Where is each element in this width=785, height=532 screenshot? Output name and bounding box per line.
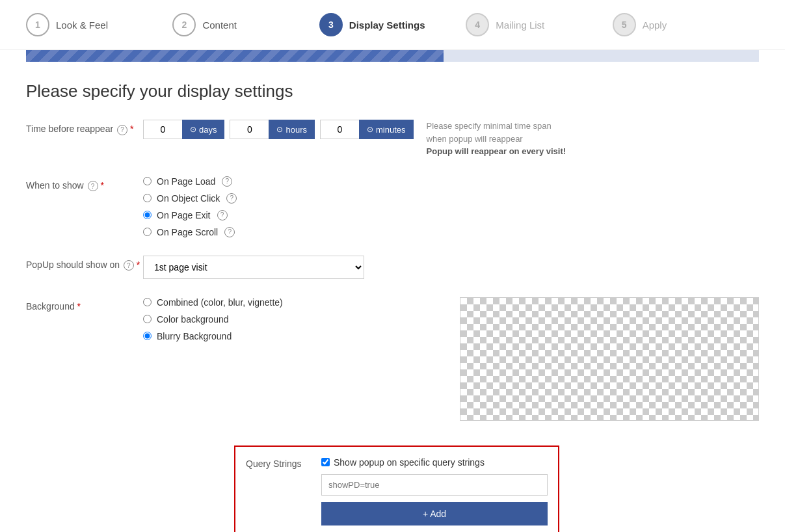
query-input-field[interactable] — [321, 474, 548, 496]
popup-show-on-row: PopUp should show on ? * 1st page visit … — [26, 256, 759, 279]
wizard-step-4[interactable]: 4 Mailing List — [466, 13, 612, 36]
step-circle-3: 3 — [319, 13, 343, 36]
time-reappear-help-icon[interactable]: ? — [117, 125, 127, 135]
step-label-4: Mailing List — [496, 20, 544, 31]
query-strings-content: Show popup on specific query strings + A… — [321, 457, 548, 533]
option-on-page-scroll[interactable]: On Page Scroll ? — [143, 227, 237, 237]
radio-color-background[interactable] — [143, 315, 152, 323]
popup-show-on-label: PopUp should show on ? * — [26, 256, 143, 271]
when-to-show-help-icon[interactable]: ? — [88, 181, 98, 191]
query-strings-inner: Query Strings Show popup on specific que… — [246, 457, 548, 533]
time-reappear-row: Time before reappear ? * ⊙ days ⊙ hours — [26, 120, 759, 158]
object-click-help-icon[interactable]: ? — [226, 193, 237, 204]
reappear-note-strong: Popup will reappear on every visit! — [427, 146, 566, 156]
background-label: Background * — [26, 297, 143, 312]
option-on-object-click[interactable]: On Object Click ? — [143, 193, 237, 204]
radio-on-page-load[interactable] — [143, 177, 152, 185]
background-row: Background * Combined (color, blur, vign… — [26, 297, 759, 421]
page-title: Please specify your display settings — [26, 81, 759, 101]
radio-combined[interactable] — [143, 298, 152, 306]
option-on-page-load[interactable]: On Page Load ? — [143, 176, 237, 187]
popup-show-on-select[interactable]: 1st page visit 2nd page visit 3rd page v… — [143, 256, 364, 279]
radio-blurry-background[interactable] — [143, 332, 152, 340]
page-scroll-help-icon[interactable]: ? — [224, 227, 235, 237]
radio-on-page-exit[interactable] — [143, 211, 152, 219]
progress-bar-fill — [26, 50, 444, 62]
wizard-step-5[interactable]: 5 Apply — [613, 13, 759, 36]
query-strings-label: Query Strings — [246, 457, 311, 469]
when-to-show-options: On Page Load ? On Object Click ? On Page… — [143, 176, 237, 237]
query-strings-section: Query Strings Show popup on specific que… — [234, 446, 559, 533]
step-circle-1: 1 — [26, 13, 49, 36]
wizard-step-2[interactable]: 2 Content — [172, 13, 319, 36]
wizard-bar: 1 Look & Feel 2 Content 3 Display Settin… — [0, 0, 785, 50]
step-label-5: Apply — [643, 20, 667, 31]
step-circle-4: 4 — [466, 13, 489, 36]
show-query-label: Show popup on specific query strings — [334, 457, 485, 468]
popup-show-on-help-icon[interactable]: ? — [124, 260, 134, 271]
step-label-1: Look & Feel — [56, 20, 108, 31]
days-input[interactable] — [143, 120, 182, 139]
progress-bar-container — [26, 50, 759, 62]
time-reappear-label: Time before reappear ? * — [26, 120, 143, 135]
reappear-note: Please specify minimal time span when po… — [427, 120, 570, 158]
wizard-step-3[interactable]: 3 Display Settings — [319, 13, 466, 36]
page-load-help-icon[interactable]: ? — [222, 176, 232, 187]
when-to-show-row: When to show ? * On Page Load ? On Objec… — [26, 176, 759, 237]
step-label-2: Content — [202, 20, 237, 31]
show-query-row: Show popup on specific query strings — [321, 457, 548, 468]
days-group: ⊙ days — [143, 120, 224, 139]
background-options: Combined (color, blur, vignette) Color b… — [143, 297, 283, 341]
time-inputs: ⊙ days ⊙ hours ⊙ minutes — [143, 120, 414, 139]
hours-input[interactable] — [230, 120, 269, 139]
clock-icon-hours: ⊙ — [276, 125, 283, 134]
background-preview — [460, 297, 759, 421]
step-circle-2: 2 — [172, 13, 196, 36]
main-content: Please specify your display settings Tim… — [0, 62, 785, 532]
add-query-button[interactable]: + Add — [321, 502, 548, 525]
minutes-input[interactable] — [320, 120, 359, 139]
hours-group: ⊙ hours — [230, 120, 315, 139]
radio-on-object-click[interactable] — [143, 194, 152, 202]
page-exit-help-icon[interactable]: ? — [217, 210, 228, 220]
minutes-group: ⊙ minutes — [320, 120, 414, 139]
show-query-checkbox[interactable] — [321, 458, 330, 466]
step-label-3: Display Settings — [349, 20, 425, 31]
step-circle-5: 5 — [613, 13, 636, 36]
option-on-page-exit[interactable]: On Page Exit ? — [143, 210, 237, 220]
days-button[interactable]: ⊙ days — [182, 120, 224, 139]
wizard-step-1[interactable]: 1 Look & Feel — [26, 13, 172, 36]
clock-icon-days: ⊙ — [190, 125, 196, 134]
minutes-button[interactable]: ⊙ minutes — [359, 120, 414, 139]
when-to-show-label: When to show ? * — [26, 176, 143, 192]
option-blurry-background[interactable]: Blurry Background — [143, 331, 283, 341]
option-combined[interactable]: Combined (color, blur, vignette) — [143, 297, 283, 308]
hours-button[interactable]: ⊙ hours — [269, 120, 315, 139]
radio-on-page-scroll[interactable] — [143, 228, 152, 236]
clock-icon-minutes: ⊙ — [367, 125, 373, 134]
option-color-background[interactable]: Color background — [143, 314, 283, 325]
